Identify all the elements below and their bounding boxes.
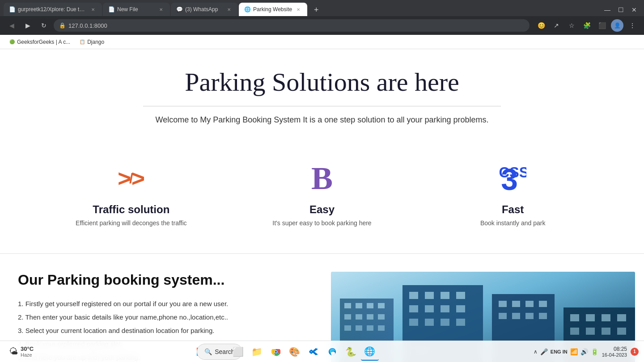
- date-display: 16-04-2023: [602, 352, 627, 358]
- feature-desc-traffic: Efficient parking will deconges the traf…: [64, 219, 198, 227]
- lock-icon: 🔒: [59, 22, 66, 29]
- microphone-icon[interactable]: 🎤: [540, 348, 548, 355]
- close-window-button[interactable]: ✕: [628, 4, 640, 16]
- tab-title-2: New File: [117, 6, 155, 13]
- taskbar-right: ∧ 🎤 ENG IN 📶 🔊 🔋 08:25 16-04-2023 1: [528, 346, 644, 358]
- svg-rect-20: [456, 292, 465, 299]
- tab-close-4[interactable]: ✕: [295, 6, 302, 13]
- url-bar[interactable]: 🔒 127.0.0.1:8000: [54, 19, 530, 32]
- feature-icon-fast: 3 CSS: [446, 160, 580, 196]
- edge-icon: [328, 347, 337, 356]
- svg-rect-36: [525, 313, 534, 319]
- tab-title-3: (3) WhatsApp: [185, 6, 223, 13]
- svg-text:CSS: CSS: [500, 164, 526, 181]
- python-button[interactable]: 🐍: [342, 343, 360, 361]
- volume-icon[interactable]: 🔊: [580, 348, 588, 355]
- battery-icon[interactable]: 🔋: [591, 348, 598, 355]
- task-view-button[interactable]: ⬜: [229, 343, 247, 361]
- profile-button[interactable]: 👤: [611, 19, 623, 32]
- feature-title-traffic: Traffic solution: [64, 203, 198, 216]
- feature-icon-easy: B: [255, 160, 389, 196]
- address-bar: ◀ ▶ ↻ 🔒 127.0.0.1:8000 😊 ↗ ☆ 🧩 ⬛ 👤 ⋮: [0, 16, 644, 35]
- edge-button[interactable]: [323, 343, 341, 361]
- wifi-icon[interactable]: 📶: [570, 348, 578, 355]
- svg-rect-17: [409, 292, 418, 299]
- hero-title: Parking Solutions are here: [9, 67, 635, 97]
- svg-rect-27: [441, 319, 449, 326]
- taskbar: 🌤 30°C Haze 🔍 Search: [0, 341, 644, 362]
- account-icon[interactable]: 😊: [535, 19, 547, 32]
- hero-divider: [143, 106, 501, 106]
- svg-rect-4: [344, 303, 351, 308]
- menu-button[interactable]: ⋮: [626, 19, 639, 32]
- svg-rect-45: [602, 328, 610, 335]
- forward-button[interactable]: ▶: [21, 19, 34, 32]
- svg-rect-11: [378, 314, 385, 320]
- bookmark-icon[interactable]: ☆: [565, 19, 578, 32]
- code-icon: </>: [118, 165, 145, 192]
- feature-card-easy: B Easy It's super easy to book parking h…: [255, 160, 389, 227]
- svg-rect-43: [570, 328, 579, 335]
- bookmark-label-2: Django: [87, 39, 104, 45]
- svg-rect-41: [602, 314, 610, 321]
- svg-rect-39: [570, 314, 579, 321]
- svg-rect-22: [425, 305, 434, 312]
- tab-favicon-4: 🌐: [244, 6, 250, 13]
- feature-desc-fast: Book instantly and park: [446, 219, 580, 227]
- feature-card-fast: 3 CSS Fast Book instantly and park: [446, 160, 580, 227]
- share-icon[interactable]: ↗: [550, 19, 563, 32]
- svg-rect-12: [344, 325, 351, 331]
- file-explorer-button[interactable]: 📁: [248, 343, 266, 361]
- svg-rect-5: [356, 303, 362, 308]
- extension-icon[interactable]: 🧩: [580, 19, 593, 32]
- back-button[interactable]: ◀: [5, 19, 18, 32]
- tab-parking-website[interactable]: 🌐 Parking Website ✕: [239, 3, 307, 16]
- tab-favicon-1: 📄: [9, 6, 15, 13]
- system-icons: ∧ 🎤 ENG IN 📶 🔊 🔋: [534, 348, 598, 355]
- bookmark-geeksforgeeks[interactable]: 🟢 GeeksforGeeks | A c...: [5, 38, 74, 46]
- bookmark-favicon-1: 🟢: [9, 39, 15, 45]
- tab-new-file[interactable]: 📄 New File ✕: [103, 3, 170, 16]
- tab-gurpreetk12[interactable]: 📄 gurpreetk12/Xplore: Due to a lac... ✕: [4, 3, 102, 16]
- page-content: Parking Solutions are here Welcome to My…: [0, 49, 644, 362]
- svg-rect-30: [499, 301, 507, 307]
- chrome-button[interactable]: [267, 343, 285, 361]
- browser-taskbar-button[interactable]: 🌐: [361, 343, 379, 361]
- weather-temp: 30°C: [21, 345, 34, 352]
- svg-rect-18: [425, 292, 434, 299]
- tab-whatsapp[interactable]: 💬 (3) WhatsApp ✕: [171, 3, 238, 16]
- paint-button[interactable]: 🎨: [286, 343, 304, 361]
- taskbar-time[interactable]: 08:25 16-04-2023: [602, 346, 627, 358]
- new-tab-button[interactable]: +: [310, 4, 322, 16]
- svg-rect-25: [409, 319, 418, 326]
- notification-badge[interactable]: 1: [631, 348, 639, 356]
- tab-close-2[interactable]: ✕: [157, 6, 165, 13]
- svg-rect-40: [586, 314, 595, 321]
- sync-icon[interactable]: ⬛: [596, 19, 608, 32]
- svg-rect-46: [617, 328, 626, 335]
- chevron-up-icon[interactable]: ∧: [534, 349, 538, 355]
- reload-button[interactable]: ↻: [38, 19, 50, 32]
- maximize-button[interactable]: ☐: [614, 4, 627, 16]
- svg-rect-10: [367, 314, 373, 320]
- svg-rect-24: [456, 305, 465, 312]
- svg-rect-35: [512, 313, 520, 319]
- taskbar-weather[interactable]: 🌤 30°C Haze: [5, 344, 37, 359]
- tab-close-1[interactable]: ✕: [89, 6, 97, 13]
- tab-favicon-3: 💬: [176, 6, 182, 13]
- svg-rect-32: [525, 301, 534, 307]
- svg-rect-23: [441, 305, 449, 312]
- svg-rect-34: [499, 313, 507, 319]
- bookmark-django[interactable]: 📋 Django: [76, 38, 108, 46]
- minimize-button[interactable]: —: [601, 4, 614, 16]
- tab-bar: 📄 gurpreetk12/Xplore: Due to a lac... ✕ …: [0, 0, 644, 16]
- search-icon: 🔍: [204, 348, 212, 355]
- feature-title-fast: Fast: [446, 203, 580, 216]
- feature-icon-traffic: </>: [64, 160, 198, 196]
- tab-close-3[interactable]: ✕: [225, 6, 233, 13]
- search-bar-taskbar[interactable]: 🔍 Search: [211, 343, 229, 361]
- info-step-2: 2. Then enter your basic details like yo…: [18, 311, 313, 324]
- weather-info: 30°C Haze: [21, 345, 34, 358]
- vscode-button[interactable]: [305, 343, 322, 361]
- svg-rect-15: [378, 325, 385, 331]
